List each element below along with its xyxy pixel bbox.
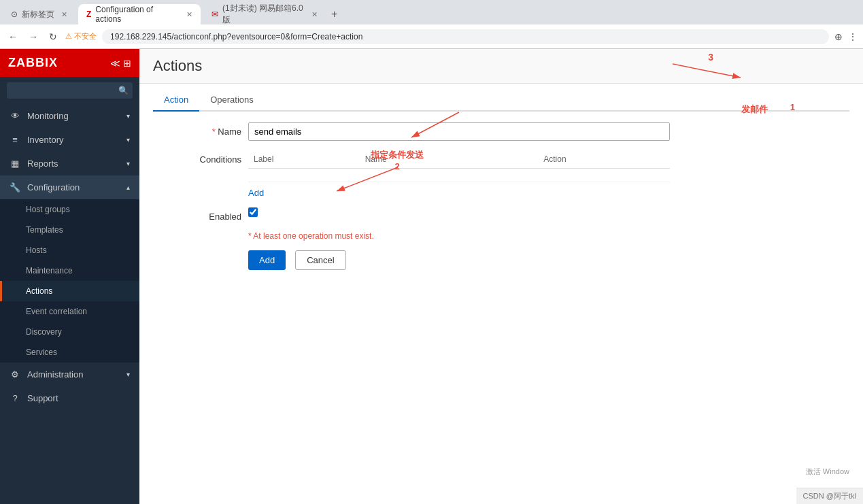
new-tab-button[interactable]: + — [326, 5, 343, 23]
sidebar-item-administration[interactable]: ⚙ Administration ▾ — [0, 363, 139, 386]
content-body: Action Operations Name 发邮件 — [139, 84, 863, 295]
configuration-icon: 🔧 — [10, 182, 20, 192]
add-button[interactable]: Add — [248, 250, 286, 270]
content-area: Actions 3 Action Operations Nam — [139, 49, 863, 504]
sidebar-item-actions[interactable]: Actions — [0, 281, 139, 301]
form-buttons: Add Cancel — [248, 250, 849, 270]
tab-label-actionconf: Configuration of actions — [95, 5, 180, 24]
sidebar-item-hosts[interactable]: Hosts — [0, 240, 139, 261]
tab-operations[interactable]: Operations — [199, 89, 265, 112]
name-row: Name — [153, 122, 849, 141]
tab-label-email: (1封未读) 网易邮箱6.0版 — [222, 3, 305, 26]
administration-arrow: ▾ — [126, 371, 130, 378]
sidebar-item-configuration[interactable]: 🔧 Configuration ▴ — [0, 175, 139, 199]
configuration-submenu: Host groups Templates Hosts Maintenance … — [0, 199, 139, 363]
tab-label-newtab: 新标签页 — [22, 9, 54, 20]
page-title: Actions — [153, 57, 202, 75]
form-section: Name 发邮件 1 — [153, 112, 849, 281]
inventory-arrow: ▾ — [126, 136, 130, 144]
cancel-button[interactable]: Cancel — [295, 250, 345, 270]
arrow-svg-3 — [673, 57, 754, 84]
tab-action[interactable]: Action — [153, 89, 199, 112]
menu-button[interactable]: ⋮ — [848, 31, 858, 42]
sidebar-item-label-reports: Reports — [27, 158, 58, 169]
monitoring-icon: 👁 — [10, 111, 20, 121]
conditions-label: Conditions — [153, 150, 241, 165]
sidebar-item-label-monitoring: Monitoring — [27, 111, 69, 121]
support-icon: ? — [10, 393, 20, 403]
sidebar-item-host-groups[interactable]: Host groups — [0, 199, 139, 220]
col-label: Label — [248, 150, 311, 169]
sidebar-item-templates[interactable]: Templates — [0, 220, 139, 240]
inventory-icon: ≡ — [10, 135, 20, 145]
sidebar-item-reports[interactable]: ▦ Reports ▾ — [0, 152, 139, 175]
sidebar-logo: ZABBIX ≪ ⊞ — [0, 49, 139, 77]
tab-icon-newtab: ⊙ — [11, 10, 18, 19]
sidebar-search-container: 🔍 — [0, 77, 139, 104]
sidebar-item-maintenance[interactable]: Maintenance — [0, 261, 139, 281]
sidebar-item-services[interactable]: Services — [0, 342, 139, 363]
sidebar: ZABBIX ≪ ⊞ 🔍 👁 Monitoring ▾ ≡ Inventory … — [0, 49, 139, 504]
tab-icon-actionconf: Z — [86, 10, 91, 19]
sidebar-item-label-administration: Administration — [27, 369, 83, 380]
administration-icon: ⚙ — [10, 369, 20, 380]
conditions-add-link[interactable]: Add — [248, 188, 264, 198]
conditions-table: Label Name Action — [248, 150, 670, 182]
sidebar-item-monitoring[interactable]: 👁 Monitoring ▾ — [0, 104, 139, 128]
translate-button[interactable]: ⊕ — [834, 31, 843, 42]
svg-line-1 — [673, 64, 741, 78]
sidebar-item-discovery[interactable]: Discovery — [0, 322, 139, 342]
back-button[interactable]: ← — [5, 30, 20, 44]
address-bar[interactable] — [102, 29, 829, 44]
tab-navigation: Action Operations — [153, 84, 849, 112]
tab-close-actionconf[interactable]: ✕ — [186, 10, 192, 19]
logo-text: ZABBIX — [8, 56, 58, 70]
conditions-empty-row — [248, 169, 670, 182]
search-icon: 🔍 — [118, 86, 129, 95]
sidebar-item-label-support: Support — [27, 393, 58, 403]
tab-close-newtab[interactable]: ✕ — [61, 10, 67, 19]
name-input[interactable] — [248, 122, 670, 141]
col-action: Action — [475, 150, 670, 169]
enabled-row: Enabled — [153, 207, 849, 222]
sidebar-toggle[interactable]: ≪ ⊞ — [110, 58, 131, 69]
col-name: Name — [311, 150, 476, 169]
sidebar-item-event-correlation[interactable]: Event correlation — [0, 301, 139, 322]
monitoring-arrow: ▾ — [126, 112, 130, 120]
sidebar-item-support[interactable]: ? Support — [0, 386, 139, 410]
sidebar-item-inventory[interactable]: ≡ Inventory ▾ — [0, 128, 139, 152]
content-header: Actions 3 — [139, 49, 863, 84]
configuration-arrow: ▴ — [126, 184, 130, 191]
tab-close-email[interactable]: ✕ — [311, 10, 318, 19]
security-icon: ⚠ 不安全 — [65, 31, 97, 41]
tab-actionconf[interactable]: Z Configuration of actions ✕ — [78, 4, 201, 24]
search-input[interactable] — [7, 82, 133, 99]
operation-note: * At least one operation must exist. — [248, 231, 849, 241]
refresh-button[interactable]: ↻ — [46, 30, 60, 44]
tab-icon-email: ✉ — [211, 10, 218, 19]
sidebar-item-label-inventory: Inventory — [27, 135, 63, 145]
forward-button[interactable]: → — [26, 30, 41, 44]
name-label: Name — [153, 122, 241, 137]
reports-arrow: ▾ — [126, 160, 130, 167]
enabled-label: Enabled — [153, 207, 241, 222]
watermark: 激活 Window — [806, 467, 849, 477]
enabled-checkbox[interactable] — [248, 207, 258, 217]
bottom-bar: CSDN @阿于tkl — [796, 488, 863, 504]
tab-email[interactable]: ✉ (1封未读) 网易邮箱6.0版 ✕ — [203, 4, 326, 24]
sidebar-item-label-configuration: Configuration — [27, 182, 80, 192]
conditions-row: Conditions Label Name Action — [153, 150, 849, 198]
tab-newtab[interactable]: ⊙ 新标签页 ✕ — [3, 4, 75, 24]
reports-icon: ▦ — [10, 158, 20, 169]
